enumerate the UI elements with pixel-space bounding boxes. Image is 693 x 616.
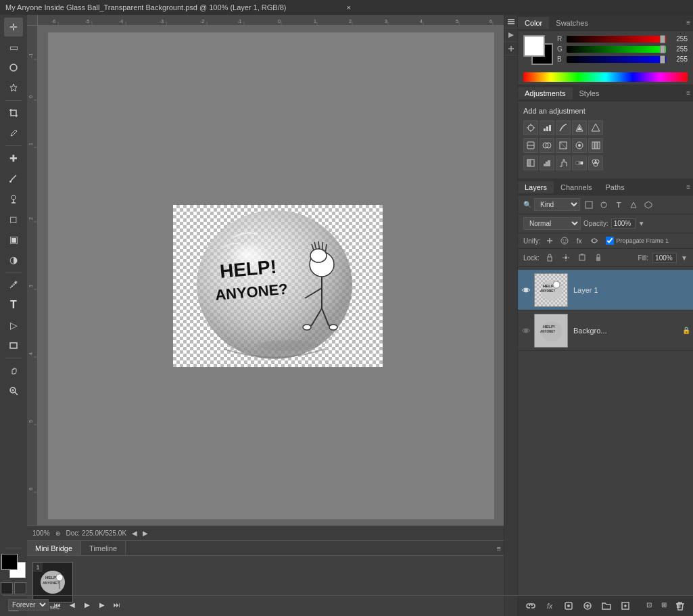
r-slider[interactable]: [567, 36, 666, 43]
rectangle-tool[interactable]: [4, 336, 23, 355]
lock-artboard[interactable]: [576, 252, 588, 264]
threshold-adj[interactable]: [556, 156, 571, 170]
layer-1-visibility[interactable]: [521, 285, 531, 295]
svg-rect-79: [546, 126, 548, 131]
blend-mode-select[interactable]: Normal Dissolve Multiply Screen Overlay: [523, 217, 581, 230]
bg-layer-visibility[interactable]: [521, 325, 531, 336]
svg-text:2: 2: [28, 217, 33, 220]
fill-label: Fill:: [638, 254, 649, 262]
opacity-arrow[interactable]: ▼: [638, 220, 645, 227]
standard-mode[interactable]: [1, 582, 13, 594]
canvas-main[interactable]: HELP! ANYONE?: [38, 26, 504, 525]
lasso-tool[interactable]: [4, 58, 23, 77]
type-tool[interactable]: T: [4, 295, 23, 314]
svg-text:6: 6: [489, 19, 492, 24]
eraser-tool[interactable]: ◻: [4, 210, 23, 229]
fill-input[interactable]: [652, 253, 677, 263]
channels-tab[interactable]: Channels: [554, 181, 598, 193]
play-stop-btn[interactable]: ▶: [81, 598, 93, 611]
clone-tool[interactable]: [4, 189, 23, 208]
close-btn[interactable]: ×: [344, 3, 688, 11]
levels-adj[interactable]: [540, 120, 554, 135]
timeline-tab[interactable]: Timeline: [81, 541, 126, 555]
color-tab[interactable]: Color: [518, 17, 549, 29]
filter-type-btn[interactable]: T: [613, 199, 625, 211]
color-spectrum[interactable]: [523, 72, 688, 82]
filter-smart-btn[interactable]: [642, 199, 654, 211]
dodge-tool[interactable]: ◑: [4, 250, 23, 269]
photo-filter-adj[interactable]: [572, 138, 587, 153]
brightness-adj[interactable]: [523, 120, 538, 135]
crop-tool[interactable]: [4, 103, 23, 122]
mini-bridge-tab[interactable]: Mini Bridge: [27, 541, 81, 555]
color-swatches[interactable]: [1, 554, 26, 578]
lock-position[interactable]: [560, 252, 572, 264]
loop-select[interactable]: Forever Once 3 Times: [27, 599, 49, 611]
lock-pixels[interactable]: [544, 252, 556, 264]
filter-adj-btn[interactable]: [598, 199, 610, 211]
adjustments-tab[interactable]: Adjustments: [518, 87, 573, 99]
rewind-btn[interactable]: ⏮: [51, 598, 64, 611]
layers-panel-menu[interactable]: ≡: [684, 183, 693, 191]
layer-row-1[interactable]: HELP! ANYONE? Layer 1: [518, 270, 693, 310]
paths-tab[interactable]: Paths: [599, 181, 631, 193]
next-frame-btn[interactable]: ▶: [96, 598, 108, 611]
hue-sat-adj[interactable]: [523, 138, 538, 153]
svg-text:-6: -6: [51, 19, 55, 24]
curves-adj[interactable]: [556, 120, 571, 135]
path-select-tool[interactable]: ▷: [4, 316, 23, 335]
propagate-checkbox[interactable]: [606, 237, 614, 245]
color-swatch-area[interactable]: [523, 35, 553, 65]
toggle-btn-3[interactable]: [504, 42, 518, 55]
gradient-tool[interactable]: ▣: [4, 230, 23, 249]
nav-left[interactable]: ◀: [132, 529, 137, 537]
styles-tab[interactable]: Styles: [573, 87, 606, 99]
fg-color-swatch[interactable]: [1, 554, 18, 570]
opacity-input[interactable]: [611, 218, 636, 229]
channel-mixer-adj[interactable]: [588, 138, 603, 153]
g-slider[interactable]: [567, 46, 666, 53]
zoom-tool[interactable]: [4, 381, 23, 400]
selective-color-adj[interactable]: [588, 156, 603, 170]
color-balance-adj[interactable]: [540, 138, 554, 153]
brush-tool[interactable]: [4, 169, 23, 188]
fg-color-box[interactable]: [523, 35, 545, 57]
fill-arrow[interactable]: ▼: [681, 254, 688, 262]
swatches-tab[interactable]: Swatches: [549, 17, 595, 29]
toggle-btn-2[interactable]: [504, 28, 518, 42]
bw-adj[interactable]: [556, 138, 571, 153]
unify-style[interactable]: fx: [573, 235, 586, 247]
vibrance-adj[interactable]: [588, 120, 603, 135]
exposure-adj[interactable]: [572, 120, 587, 135]
move-tool[interactable]: ✛: [4, 18, 23, 37]
bottom-panel-options[interactable]: ≡: [497, 544, 501, 552]
layer-row-bg[interactable]: HELP! ANYONE? Backgro... 🔒: [518, 310, 693, 351]
nav-right[interactable]: ▶: [143, 529, 148, 537]
adj-panel-menu[interactable]: ≡: [684, 89, 693, 97]
b-slider[interactable]: [567, 56, 666, 63]
marquee-tool[interactable]: ▭: [4, 38, 23, 57]
layers-tab[interactable]: Layers: [518, 181, 554, 193]
eyedropper-tool[interactable]: [4, 124, 23, 143]
kind-select[interactable]: Kind Name Effect Mode Attribute Color: [534, 198, 580, 211]
svg-text:-4: -4: [119, 19, 123, 24]
posterize-adj[interactable]: [540, 156, 554, 170]
hand-tool[interactable]: [4, 361, 23, 380]
fast-forward-btn[interactable]: ⏭: [111, 598, 123, 611]
gradient-map-adj[interactable]: [572, 156, 587, 170]
svg-text:1: 1: [314, 19, 316, 24]
filter-shape-btn[interactable]: [627, 199, 640, 211]
pen-tool[interactable]: [4, 275, 23, 294]
filter-pixel-btn[interactable]: [583, 199, 595, 211]
lock-all[interactable]: [592, 252, 604, 264]
toggle-btn[interactable]: [504, 15, 518, 28]
unify-visibility[interactable]: [588, 235, 600, 247]
prev-frame-btn[interactable]: ◀: [66, 598, 78, 611]
color-panel-menu[interactable]: ≡: [684, 19, 693, 26]
magic-wand-tool[interactable]: [4, 78, 23, 97]
invert-adj[interactable]: [523, 156, 538, 170]
unify-position[interactable]: [544, 235, 556, 247]
unify-face[interactable]: [558, 235, 571, 247]
quick-mask-mode[interactable]: [14, 582, 26, 594]
healing-tool[interactable]: ✚: [4, 149, 23, 168]
